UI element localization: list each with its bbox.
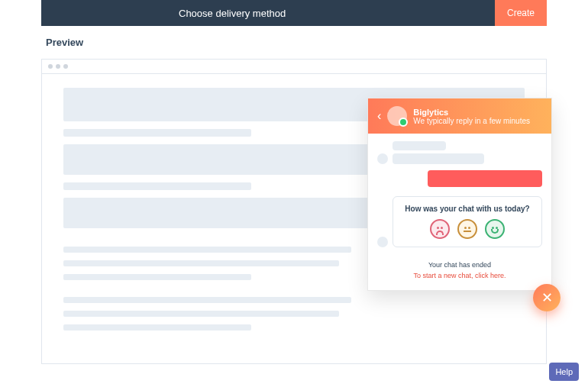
chat-header: ‹ Biglytics We typically reply in a few …	[368, 98, 551, 134]
feedback-neutral-icon[interactable]	[457, 219, 477, 239]
preview-section-label: Preview	[46, 37, 588, 48]
message-avatar	[377, 237, 388, 247]
feedback-sad-icon[interactable]	[430, 219, 450, 239]
top-bar: Choose delivery method Create	[41, 0, 547, 26]
preview-canvas: ‹ Biglytics We typically reply in a few …	[41, 59, 547, 364]
chat-feedback-row: How was your chat with us today?	[377, 193, 542, 247]
chat-body: How was your chat with us today?	[368, 134, 551, 253]
chat-brand-name: Biglytics	[413, 108, 530, 117]
chat-message-incoming	[377, 141, 542, 164]
start-new-chat-link[interactable]: To start a new chat, click here.	[374, 272, 545, 279]
chat-reply-time: We typically reply in a few minutes	[413, 117, 530, 125]
feedback-card: How was your chat with us today?	[393, 196, 542, 247]
feedback-happy-icon[interactable]	[485, 219, 505, 239]
chat-footer: Your chat has ended To start a new chat,…	[368, 253, 551, 290]
create-button[interactable]: Create	[495, 0, 547, 26]
chat-avatar	[387, 106, 407, 126]
chat-launcher-close-icon[interactable]: ✕	[533, 284, 561, 311]
help-button[interactable]: Help	[549, 363, 579, 381]
page-step-title: Choose delivery method	[179, 8, 286, 19]
feedback-faces	[399, 219, 535, 239]
browser-traffic-lights	[42, 60, 546, 74]
chat-message-outgoing	[377, 170, 542, 187]
message-avatar	[377, 153, 388, 164]
chat-ended-text: Your chat has ended	[374, 261, 545, 269]
feedback-question: How was your chat with us today?	[399, 205, 535, 213]
chat-widget: ‹ Biglytics We typically reply in a few …	[367, 98, 552, 291]
chat-back-icon[interactable]: ‹	[377, 110, 381, 122]
